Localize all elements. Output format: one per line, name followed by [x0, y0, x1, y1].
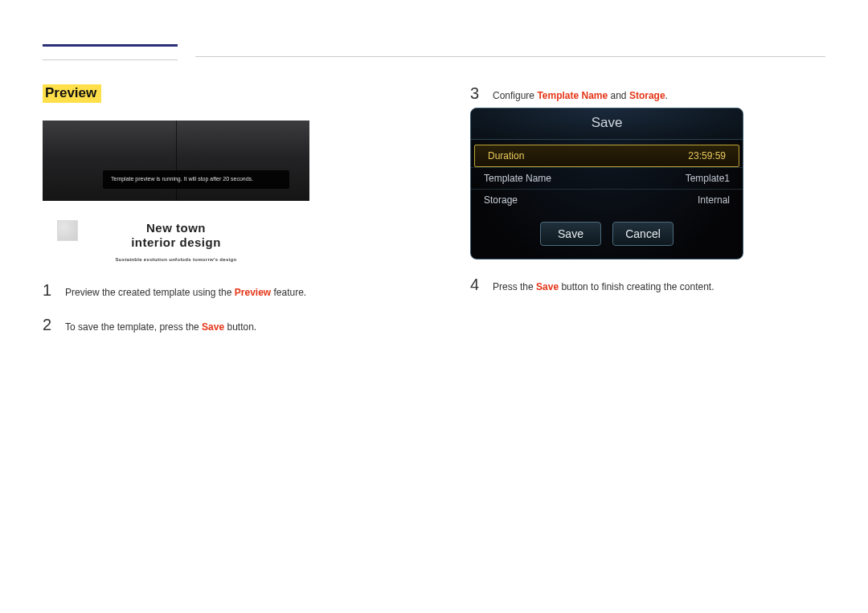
preview-bottom: New town interior design Sustainble evol…: [43, 209, 309, 265]
dialog-row-label: Duration: [488, 150, 524, 161]
step-number: 1: [43, 281, 54, 300]
step-text-highlight: Template Name: [537, 90, 608, 101]
step-row: 4 Press the Save button to finish creati…: [470, 276, 825, 294]
preview-toast: Template preview is running. It will sto…: [103, 170, 289, 189]
header-line: [195, 56, 825, 57]
dialog-row-storage[interactable]: Storage Internal: [471, 189, 743, 210]
preview-mock: Template preview is running. It will sto…: [43, 121, 309, 201]
step-text-post: button.: [224, 321, 256, 333]
dialog-title: Save: [471, 108, 743, 140]
dialog-row-duration[interactable]: Duration 23:59:59: [474, 145, 739, 167]
preview-title-line2: interior design: [43, 235, 309, 249]
dialog-row-value: 23:59:59: [688, 150, 726, 161]
step-row: 1 Preview the created template using the…: [43, 281, 398, 300]
dialog-row-value: Template1: [686, 173, 730, 184]
right-column: 3 Configure Template Name and Storage. S…: [470, 84, 825, 334]
cancel-button[interactable]: Cancel: [612, 222, 674, 246]
preview-title-line1: New town: [43, 221, 309, 235]
dialog-row-value: Internal: [698, 194, 730, 206]
step-text-pre: Press the: [493, 281, 536, 292]
header-accent: [43, 44, 178, 60]
step-text-post: feature.: [271, 287, 306, 298]
step-text: Configure Template Name and Storage.: [493, 88, 668, 103]
dialog-row-template-name[interactable]: Template Name Template1: [471, 167, 743, 189]
step-row: 2 To save the template, press the Save b…: [43, 316, 398, 334]
step-text-highlight: Storage: [629, 90, 665, 101]
left-column: Preview Template preview is running. It …: [43, 84, 398, 334]
step-number: 3: [470, 84, 481, 103]
step-text: To save the template, press the Save but…: [65, 320, 256, 334]
step-text-highlight: Preview: [235, 287, 271, 298]
step-text: Preview the created template using the P…: [65, 285, 306, 300]
section-heading: Preview: [43, 84, 101, 103]
save-dialog: Save Duration 23:59:59 Template Name Tem…: [470, 108, 743, 260]
step-text-pre: Preview the created template using the: [65, 287, 235, 298]
save-button[interactable]: Save: [540, 222, 601, 246]
step-text-post: button to finish creating the content.: [559, 281, 714, 292]
step-text-post: .: [665, 90, 668, 101]
step-text-highlight: Save: [536, 281, 559, 292]
step-text-pre: To save the template, press the: [65, 321, 202, 333]
step-number: 4: [470, 276, 481, 294]
step-text-pre: Configure: [493, 90, 537, 101]
dialog-row-label: Template Name: [484, 173, 551, 184]
step-row: 3 Configure Template Name and Storage.: [470, 84, 825, 103]
step-text-mid: and: [608, 90, 629, 101]
preview-tagline: Sustainble evolution unfolods tomorrw's …: [43, 257, 309, 262]
preview-thumb-icon: [57, 220, 78, 241]
dialog-row-label: Storage: [484, 194, 518, 206]
step-text-highlight: Save: [202, 321, 224, 333]
step-number: 2: [43, 316, 54, 334]
header-rule: [43, 44, 825, 60]
step-text: Press the Save button to finish creating…: [493, 280, 714, 294]
